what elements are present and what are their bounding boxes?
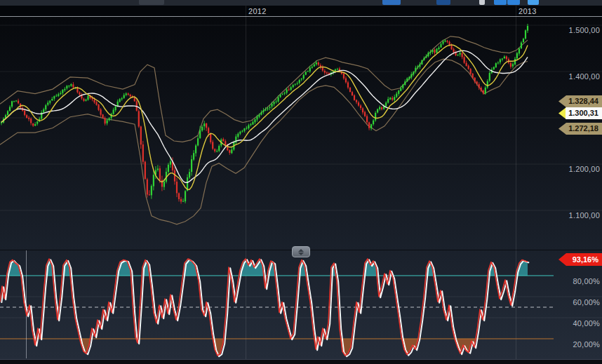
bollinger-upper-price-badge: 1.328,44 — [558, 95, 602, 107]
pane-resize-handle[interactable] — [292, 246, 310, 257]
candlestick-panel — [1, 24, 528, 204]
ma-price-badge: 1.300,31 — [558, 107, 602, 119]
trading-chart-window: 2012 2013 1.500,001.400,001.200,001.100,… — [0, 0, 602, 364]
bollinger-lower-price-badge: 1.272,18 — [558, 123, 602, 135]
stochastic-value-badge: 93,16% — [558, 253, 602, 266]
bollinger_lower — [0, 59, 528, 224]
chart-canvas[interactable] — [0, 0, 602, 364]
expand-pane-icon — [298, 252, 304, 255]
collapse-pane-icon — [298, 249, 304, 252]
ma-fast-yellow — [1, 45, 528, 189]
bollinger_upper — [0, 36, 528, 142]
